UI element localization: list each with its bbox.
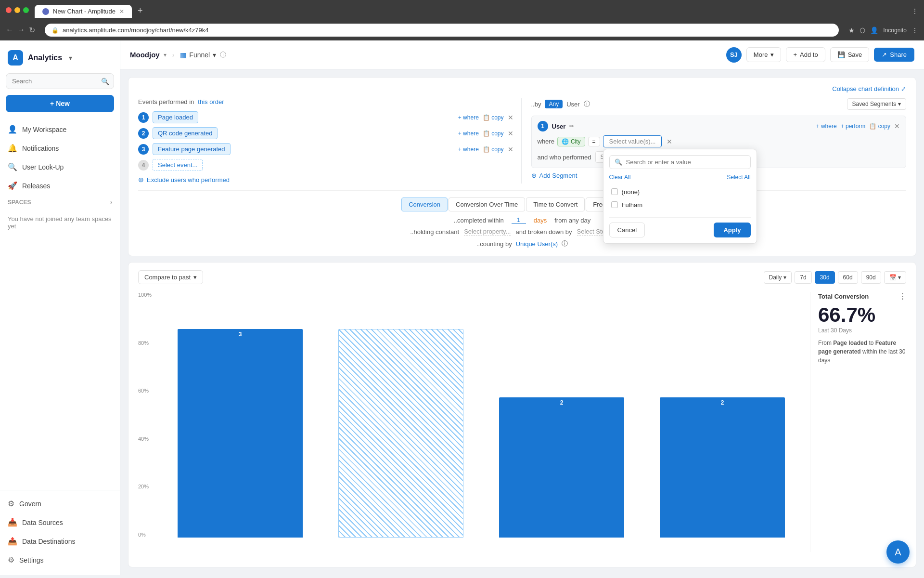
option-fulham-checkbox[interactable]: [611, 201, 618, 208]
7d-button[interactable]: 7d: [795, 271, 811, 284]
event-tag-2[interactable]: QR code generated: [153, 127, 218, 139]
equals-operator-button[interactable]: =: [588, 137, 600, 146]
select-property-button[interactable]: Select property...: [464, 228, 511, 236]
project-caret[interactable]: ▾: [164, 52, 167, 58]
event-row-1: 1 Page loaded + where 📋 copy ✕: [138, 111, 513, 123]
event-row-3: 3 Feature page generated + where 📋 copy …: [138, 143, 513, 155]
segment-copy-button[interactable]: 📋 copy: [869, 123, 890, 130]
event-2-where-button[interactable]: + where: [458, 130, 479, 137]
window-maximize[interactable]: [23, 7, 29, 13]
option-none-checkbox[interactable]: [611, 188, 618, 195]
data-sources-icon: 📥: [8, 518, 17, 527]
sidebar-item-data-sources[interactable]: 📥 Data Sources: [0, 513, 120, 532]
sidebar-item-releases[interactable]: 🚀 Releases: [0, 176, 120, 195]
extension-icon[interactable]: ⬡: [860, 26, 865, 34]
30d-button[interactable]: 30d: [815, 271, 835, 284]
sidebar-item-my-workspace[interactable]: 👤 My Workspace: [0, 120, 120, 139]
user-info-icon[interactable]: ⓘ: [584, 100, 590, 108]
tab-conversion[interactable]: Conversion: [401, 197, 448, 211]
counting-value[interactable]: Unique User(s): [516, 240, 558, 248]
back-button[interactable]: ←: [6, 26, 13, 35]
counting-info-icon[interactable]: ⓘ: [562, 239, 568, 248]
completed-value-input[interactable]: [512, 216, 526, 224]
select-values-button[interactable]: Select value(s)...: [603, 135, 662, 147]
tab-close-button[interactable]: ✕: [119, 8, 124, 15]
chart-type-selector[interactable]: ▦ Funnel ▾: [180, 51, 216, 59]
any-badge[interactable]: Any: [545, 100, 563, 108]
share-icon: ↗: [882, 51, 887, 58]
forward-button[interactable]: →: [17, 26, 25, 35]
event-3-where-button[interactable]: + where: [458, 146, 479, 153]
spaces-section-header[interactable]: SPACES ›: [0, 195, 120, 210]
reload-button[interactable]: ↻: [29, 26, 35, 35]
event-1-copy-button[interactable]: 📋 copy: [483, 114, 504, 121]
add-to-button[interactable]: + Add to: [786, 47, 825, 62]
dropdown-option-fulham[interactable]: Fulham: [609, 198, 751, 211]
new-button[interactable]: + New: [6, 95, 114, 112]
saved-segments-button[interactable]: Saved Segments ▾: [847, 98, 906, 110]
segment-edit-icon[interactable]: ✏: [569, 123, 574, 130]
select-values-dropdown: Select value(s)... 🔍 Clear Al: [603, 135, 662, 147]
cancel-button[interactable]: Cancel: [609, 223, 645, 237]
clear-all-button[interactable]: Clear All: [609, 174, 631, 181]
sidebar-item-notifications[interactable]: 🔔 Notifications: [0, 139, 120, 158]
sidebar-item-data-destinations[interactable]: 📤 Data Destinations: [0, 532, 120, 551]
dropdown-option-none[interactable]: (none): [609, 185, 751, 198]
event-1-where-button[interactable]: + where: [458, 114, 479, 121]
save-button[interactable]: 💾 Save: [830, 47, 870, 62]
compare-to-past-button[interactable]: Compare to past ▾: [138, 270, 203, 284]
add-segment-icon: ⊕: [531, 172, 537, 179]
share-button[interactable]: ↗ Share: [874, 48, 914, 62]
bookmark-icon[interactable]: ★: [848, 26, 855, 34]
event-3-remove-button[interactable]: ✕: [508, 145, 513, 153]
city-badge[interactable]: 🌐 City: [557, 137, 585, 146]
event-2-remove-button[interactable]: ✕: [508, 130, 513, 137]
where-close-button[interactable]: ✕: [667, 138, 672, 145]
completed-unit[interactable]: days: [534, 217, 547, 224]
more-button[interactable]: More ▾: [746, 47, 782, 62]
tab-time-to-convert[interactable]: Time to Convert: [526, 197, 585, 211]
segment-perform-button[interactable]: + perform: [841, 123, 866, 130]
daily-button[interactable]: Daily ▾: [764, 271, 792, 284]
this-order-link[interactable]: this order: [198, 98, 224, 105]
sidebar-item-settings[interactable]: ⚙ Settings: [0, 551, 120, 569]
dropdown-search-input[interactable]: [626, 158, 745, 166]
bar-4-solid: 2: [660, 397, 784, 538]
event-1-remove-button[interactable]: ✕: [508, 114, 513, 121]
event-tag-3[interactable]: Feature page generated: [153, 143, 231, 155]
active-tab[interactable]: New Chart - Amplitude ✕: [35, 5, 132, 18]
apply-button[interactable]: Apply: [714, 223, 750, 237]
search-input[interactable]: [6, 73, 114, 89]
segment-remove-button[interactable]: ✕: [894, 122, 900, 130]
event-3-copy-button[interactable]: 📋 copy: [483, 146, 504, 153]
chart-info-icon[interactable]: ⓘ: [220, 51, 226, 59]
new-tab-button[interactable]: +: [134, 4, 147, 18]
select-all-button[interactable]: Select All: [727, 174, 750, 181]
sidebar-item-user-lookup[interactable]: 🔍 User Look-Up: [0, 158, 120, 176]
total-conversion-menu[interactable]: ⋮: [898, 292, 906, 301]
project-name[interactable]: Moodjoy: [130, 51, 160, 59]
conversion-percent: 66.7%: [818, 305, 906, 325]
browser-options[interactable]: ⋮: [911, 26, 918, 34]
browser-menu[interactable]: ⋮: [911, 7, 918, 18]
collapse-chart-button[interactable]: Collapse chart definition ⤢: [832, 85, 906, 92]
window-close[interactable]: [6, 7, 12, 13]
event-2-copy-button[interactable]: 📋 copy: [483, 130, 504, 137]
window-minimize[interactable]: [14, 7, 20, 13]
sidebar-item-govern[interactable]: ⚙ Govern: [0, 494, 120, 513]
sidebar-search[interactable]: 🔍: [6, 73, 114, 89]
exclude-users-row[interactable]: ⊕ Exclude users who performed: [138, 176, 513, 184]
user-avatar[interactable]: SJ: [726, 47, 742, 63]
fab-button[interactable]: A: [886, 540, 910, 564]
event-select-button[interactable]: Select event...: [153, 159, 203, 171]
event-tag-1[interactable]: Page loaded: [153, 111, 198, 123]
tab-conversion-over-time[interactable]: Conversion Over Time: [449, 197, 525, 211]
and-who-label: and who performed: [538, 154, 591, 161]
calendar-button[interactable]: 📅 ▾: [884, 271, 906, 284]
60d-button[interactable]: 60d: [838, 271, 858, 284]
bar-1-label: 3: [239, 329, 242, 338]
address-bar[interactable]: 🔒 analytics.amplitude.com/moodjoy/chart/…: [45, 24, 839, 37]
daily-label: Daily: [769, 274, 782, 281]
segment-where-button[interactable]: + where: [816, 123, 837, 130]
90d-button[interactable]: 90d: [861, 271, 881, 284]
